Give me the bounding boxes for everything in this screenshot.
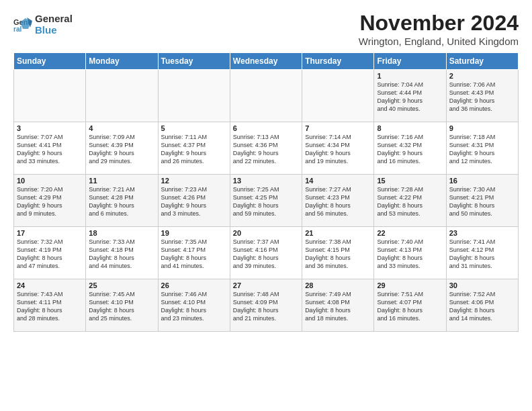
day-cell: 11Sunrise: 7:21 AM Sunset: 4:28 PM Dayli… <box>86 175 158 227</box>
day-info: Sunrise: 7:40 AM Sunset: 4:13 PM Dayligh… <box>377 238 443 271</box>
day-number: 11 <box>89 177 154 185</box>
calendar-subtitle: Wrington, England, United Kingdom <box>359 36 519 47</box>
day-number: 2 <box>449 72 515 80</box>
calendar-header: SundayMondayTuesdayWednesdayThursdayFrid… <box>14 53 519 70</box>
day-info: Sunrise: 7:11 AM Sunset: 4:37 PM Dayligh… <box>161 133 227 166</box>
header-cell-monday: Monday <box>86 53 158 70</box>
day-cell: 30Sunrise: 7:52 AM Sunset: 4:06 PM Dayli… <box>446 279 518 332</box>
day-cell: 24Sunrise: 7:43 AM Sunset: 4:11 PM Dayli… <box>14 279 86 332</box>
day-cell: 4Sunrise: 7:09 AM Sunset: 4:39 PM Daylig… <box>86 122 158 175</box>
day-info: Sunrise: 7:38 AM Sunset: 4:15 PM Dayligh… <box>305 238 371 271</box>
day-cell: 1Sunrise: 7:04 AM Sunset: 4:44 PM Daylig… <box>374 70 446 122</box>
day-info: Sunrise: 7:06 AM Sunset: 4:43 PM Dayligh… <box>449 81 515 113</box>
day-info: Sunrise: 7:28 AM Sunset: 4:22 PM Dayligh… <box>377 185 443 218</box>
day-number: 13 <box>233 177 299 185</box>
logo-line2: Blue <box>35 25 73 36</box>
day-number: 26 <box>161 281 227 289</box>
day-cell: 6Sunrise: 7:13 AM Sunset: 4:36 PM Daylig… <box>230 122 302 175</box>
day-cell: 9Sunrise: 7:18 AM Sunset: 4:31 PM Daylig… <box>446 122 518 175</box>
day-cell: 7Sunrise: 7:14 AM Sunset: 4:34 PM Daylig… <box>302 122 374 175</box>
logo-line1: General <box>35 13 73 25</box>
day-number: 12 <box>161 177 227 185</box>
day-info: Sunrise: 7:35 AM Sunset: 4:17 PM Dayligh… <box>161 238 227 271</box>
day-number: 22 <box>377 229 443 237</box>
day-cell: 5Sunrise: 7:11 AM Sunset: 4:37 PM Daylig… <box>158 122 230 175</box>
day-number: 6 <box>233 124 299 132</box>
day-info: Sunrise: 7:16 AM Sunset: 4:32 PM Dayligh… <box>377 133 443 166</box>
header-cell-sunday: Sunday <box>14 53 86 70</box>
day-number: 17 <box>17 229 83 237</box>
day-cell <box>86 70 158 122</box>
logo: Gene ral General Blue <box>13 13 73 36</box>
header-row: SundayMondayTuesdayWednesdayThursdayFrid… <box>14 53 519 70</box>
day-number: 10 <box>17 177 83 185</box>
day-info: Sunrise: 7:13 AM Sunset: 4:36 PM Dayligh… <box>233 133 299 166</box>
day-number: 19 <box>161 229 227 237</box>
day-cell <box>230 70 302 122</box>
day-info: Sunrise: 7:43 AM Sunset: 4:11 PM Dayligh… <box>17 290 83 323</box>
day-cell: 27Sunrise: 7:48 AM Sunset: 4:09 PM Dayli… <box>230 279 302 332</box>
day-cell: 3Sunrise: 7:07 AM Sunset: 4:41 PM Daylig… <box>14 122 86 175</box>
day-number: 29 <box>377 281 443 289</box>
day-info: Sunrise: 7:25 AM Sunset: 4:25 PM Dayligh… <box>233 185 299 218</box>
day-info: Sunrise: 7:32 AM Sunset: 4:19 PM Dayligh… <box>17 238 83 271</box>
day-cell: 17Sunrise: 7:32 AM Sunset: 4:19 PM Dayli… <box>14 227 86 279</box>
day-number: 25 <box>89 281 154 289</box>
day-number: 27 <box>233 281 299 289</box>
day-number: 28 <box>305 281 371 289</box>
day-info: Sunrise: 7:07 AM Sunset: 4:41 PM Dayligh… <box>17 133 83 166</box>
day-info: Sunrise: 7:09 AM Sunset: 4:39 PM Dayligh… <box>89 133 154 166</box>
day-cell: 19Sunrise: 7:35 AM Sunset: 4:17 PM Dayli… <box>158 227 230 279</box>
day-number: 4 <box>89 124 154 132</box>
day-number: 8 <box>377 124 443 132</box>
day-number: 16 <box>449 177 515 185</box>
day-number: 18 <box>89 229 154 237</box>
day-number: 1 <box>377 72 443 80</box>
day-number: 14 <box>305 177 371 185</box>
header-cell-saturday: Saturday <box>446 53 518 70</box>
day-cell: 25Sunrise: 7:45 AM Sunset: 4:10 PM Dayli… <box>86 279 158 332</box>
header-cell-friday: Friday <box>374 53 446 70</box>
day-cell <box>302 70 374 122</box>
day-info: Sunrise: 7:52 AM Sunset: 4:06 PM Dayligh… <box>449 290 515 323</box>
calendar-title: November 2024 <box>359 11 519 36</box>
day-cell: 21Sunrise: 7:38 AM Sunset: 4:15 PM Dayli… <box>302 227 374 279</box>
day-info: Sunrise: 7:18 AM Sunset: 4:31 PM Dayligh… <box>449 133 515 166</box>
day-info: Sunrise: 7:48 AM Sunset: 4:09 PM Dayligh… <box>233 290 299 323</box>
logo-text: General Blue <box>35 13 73 36</box>
day-cell <box>158 70 230 122</box>
day-number: 24 <box>17 281 83 289</box>
day-info: Sunrise: 7:46 AM Sunset: 4:10 PM Dayligh… <box>161 290 227 323</box>
day-info: Sunrise: 7:37 AM Sunset: 4:16 PM Dayligh… <box>233 238 299 271</box>
title-block: November 2024 Wrington, England, United … <box>359 11 519 47</box>
day-cell: 14Sunrise: 7:27 AM Sunset: 4:23 PM Dayli… <box>302 175 374 227</box>
day-number: 20 <box>233 229 299 237</box>
day-number: 23 <box>449 229 515 237</box>
header-cell-wednesday: Wednesday <box>230 53 302 70</box>
day-info: Sunrise: 7:45 AM Sunset: 4:10 PM Dayligh… <box>89 290 154 323</box>
day-info: Sunrise: 7:23 AM Sunset: 4:26 PM Dayligh… <box>161 185 227 218</box>
day-cell: 8Sunrise: 7:16 AM Sunset: 4:32 PM Daylig… <box>374 122 446 175</box>
day-info: Sunrise: 7:20 AM Sunset: 4:29 PM Dayligh… <box>17 185 83 218</box>
day-cell: 15Sunrise: 7:28 AM Sunset: 4:22 PM Dayli… <box>374 175 446 227</box>
calendar-table: SundayMondayTuesdayWednesdayThursdayFrid… <box>13 52 519 332</box>
header: Gene ral General Blue November 2024 Wrin… <box>13 11 519 47</box>
day-cell: 26Sunrise: 7:46 AM Sunset: 4:10 PM Dayli… <box>158 279 230 332</box>
day-cell: 18Sunrise: 7:33 AM Sunset: 4:18 PM Dayli… <box>86 227 158 279</box>
calendar-body: 1Sunrise: 7:04 AM Sunset: 4:44 PM Daylig… <box>14 70 519 332</box>
week-row-3: 10Sunrise: 7:20 AM Sunset: 4:29 PM Dayli… <box>14 175 519 227</box>
day-cell: 12Sunrise: 7:23 AM Sunset: 4:26 PM Dayli… <box>158 175 230 227</box>
header-cell-thursday: Thursday <box>302 53 374 70</box>
page: Gene ral General Blue November 2024 Wrin… <box>0 0 532 411</box>
day-cell: 20Sunrise: 7:37 AM Sunset: 4:16 PM Dayli… <box>230 227 302 279</box>
day-cell: 10Sunrise: 7:20 AM Sunset: 4:29 PM Dayli… <box>14 175 86 227</box>
day-cell <box>14 70 86 122</box>
day-cell: 13Sunrise: 7:25 AM Sunset: 4:25 PM Dayli… <box>230 175 302 227</box>
day-info: Sunrise: 7:51 AM Sunset: 4:07 PM Dayligh… <box>377 290 443 323</box>
svg-text:ral: ral <box>13 26 21 33</box>
week-row-4: 17Sunrise: 7:32 AM Sunset: 4:19 PM Dayli… <box>14 227 519 279</box>
day-number: 7 <box>305 124 371 132</box>
week-row-1: 1Sunrise: 7:04 AM Sunset: 4:44 PM Daylig… <box>14 70 519 122</box>
day-cell: 2Sunrise: 7:06 AM Sunset: 4:43 PM Daylig… <box>446 70 518 122</box>
day-number: 21 <box>305 229 371 237</box>
